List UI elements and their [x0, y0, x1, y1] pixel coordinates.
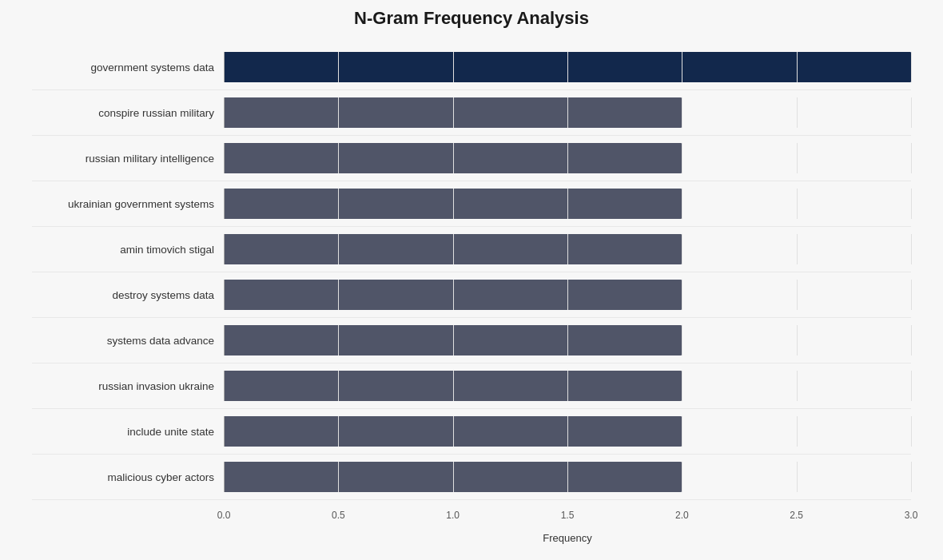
bar-row: ukrainian government systems [32, 181, 911, 227]
bar-row: russian invasion ukraine [32, 363, 911, 409]
grid-line [797, 280, 798, 310]
bar-fill [224, 416, 682, 447]
bar-row: conspire russian military [32, 90, 911, 136]
bar-label: conspire russian military [32, 107, 224, 119]
x-tick: 2.0 [675, 510, 689, 521]
chart-area: government systems dataconspire russian … [32, 45, 911, 500]
grid-line [797, 234, 798, 264]
x-axis-label: Frequency [32, 532, 911, 544]
bar-label: russian invasion ukraine [32, 380, 224, 392]
grid-line [682, 416, 682, 447]
x-tick: 1.0 [446, 510, 460, 521]
grid-line [911, 143, 912, 173]
x-tick: 3.0 [905, 510, 918, 521]
bar-track [224, 189, 911, 219]
bar-label: malicious cyber actors [32, 471, 224, 483]
grid-line [911, 52, 912, 82]
chart-title: N-Gram Frequency Analysis [32, 8, 911, 29]
bar-track [224, 280, 911, 310]
bar-label: government systems data [32, 62, 224, 73]
bar-fill [224, 325, 682, 355]
bar-row: destroy systems data [32, 272, 911, 318]
grid-line [911, 234, 912, 264]
grid-line [797, 97, 798, 128]
grid-line [911, 325, 912, 355]
grid-line [682, 325, 682, 355]
bar-fill [224, 143, 682, 173]
grid-line [682, 189, 682, 219]
bar-label: russian military intelligence [32, 153, 224, 165]
grid-line [682, 143, 682, 173]
bar-label: ukrainian government systems [32, 198, 224, 210]
grid-line [682, 280, 682, 310]
bar-fill [224, 189, 682, 219]
bar-row: malicious cyber actors [32, 455, 911, 500]
bar-row: amin timovich stigal [32, 227, 911, 272]
grid-line [797, 143, 798, 173]
grid-line [911, 280, 912, 310]
x-axis-inner: 0.00.51.01.52.02.53.0 [224, 506, 911, 530]
bar-fill [224, 280, 682, 310]
bar-row: systems data advance [32, 318, 911, 363]
bar-label: amin timovich stigal [32, 244, 224, 256]
bar-fill [224, 371, 682, 401]
bar-fill [224, 234, 682, 264]
grid-line [797, 371, 798, 401]
bar-track [224, 143, 911, 173]
bar-row: include unite state [32, 409, 911, 455]
bar-fill [224, 97, 682, 128]
bar-fill [224, 52, 911, 82]
bar-label: destroy systems data [32, 289, 224, 301]
grid-line [911, 371, 912, 401]
bar-track [224, 325, 911, 355]
grid-line [911, 416, 912, 447]
grid-line [911, 97, 912, 128]
bar-track [224, 371, 911, 401]
bar-track [224, 462, 911, 492]
grid-line [911, 462, 912, 492]
chart-container: N-Gram Frequency Analysis government sys… [16, 0, 927, 560]
bar-track [224, 52, 911, 82]
grid-line [682, 371, 682, 401]
x-tick: 2.5 [790, 510, 803, 521]
bar-track [224, 416, 911, 447]
grid-line [682, 234, 682, 264]
grid-line [797, 189, 798, 219]
x-axis: 0.00.51.01.52.02.53.0 [32, 506, 911, 530]
grid-line [682, 97, 682, 128]
x-tick: 0.0 [217, 510, 231, 521]
grid-line [911, 189, 912, 219]
x-tick: 0.5 [332, 510, 345, 521]
bar-track [224, 97, 911, 128]
bar-label: systems data advance [32, 335, 224, 347]
bar-track [224, 234, 911, 264]
grid-line [797, 325, 798, 355]
x-tick: 1.5 [561, 510, 575, 521]
bar-row: russian military intelligence [32, 136, 911, 181]
bar-fill [224, 462, 682, 492]
grid-line [797, 462, 798, 492]
grid-line [797, 416, 798, 447]
grid-line [682, 462, 682, 492]
bar-row: government systems data [32, 45, 911, 90]
bar-label: include unite state [32, 426, 224, 438]
